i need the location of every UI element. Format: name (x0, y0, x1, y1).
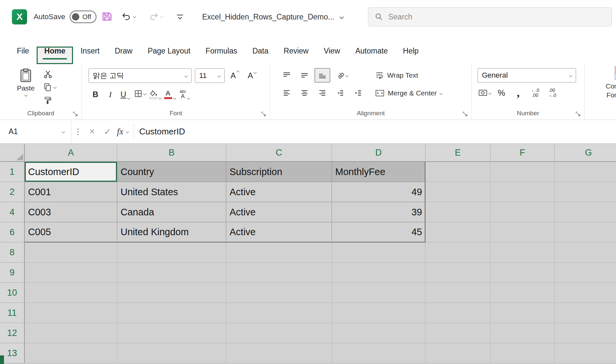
cell-E4[interactable] (425, 202, 490, 222)
cell-B12[interactable] (117, 323, 226, 343)
accounting-dropdown-chevron[interactable] (488, 91, 491, 94)
cell-C13[interactable] (226, 343, 332, 363)
cell-B4[interactable]: Canada (117, 202, 226, 222)
cell-A10[interactable] (25, 283, 117, 303)
tab-data[interactable]: Data (245, 47, 276, 64)
cell-E10[interactable] (425, 283, 490, 303)
name-box-chevron[interactable] (62, 130, 65, 133)
orientation-button[interactable]: ab (332, 68, 353, 83)
row-header-12[interactable]: 12 (0, 323, 25, 343)
cell-A4[interactable]: C003 (25, 202, 117, 222)
cell-F8[interactable] (490, 242, 555, 263)
font-size-combobox[interactable]: 11 (195, 68, 225, 83)
paste-dropdown-chevron[interactable] (24, 93, 27, 97)
cell-C6[interactable]: Active (226, 222, 332, 242)
cell-G2[interactable] (555, 182, 616, 202)
cell-D10[interactable] (332, 283, 425, 303)
copy-button[interactable] (44, 82, 56, 92)
title-dropdown-chevron[interactable] (340, 15, 344, 19)
cell-B6[interactable]: United Kingdom (117, 222, 226, 242)
formula-enter-button[interactable]: ✓ (100, 124, 115, 139)
row-header-8[interactable]: 8 (0, 242, 25, 263)
align-bottom-button[interactable] (314, 68, 330, 83)
paste-button[interactable]: Paste (14, 68, 38, 105)
cell-D8[interactable] (332, 242, 425, 263)
column-header-G[interactable]: G (555, 144, 616, 162)
number-format-combobox[interactable]: General (478, 68, 576, 83)
cell-F2[interactable] (490, 182, 555, 202)
column-header-D[interactable]: D (332, 144, 425, 162)
cell-F9[interactable] (490, 263, 555, 283)
undo-dropdown-chevron[interactable] (133, 15, 136, 18)
number-dialog-launcher[interactable] (575, 111, 581, 117)
cell-C4[interactable]: Active (226, 202, 332, 222)
formula-cancel-button[interactable]: × (85, 124, 100, 139)
cell-D9[interactable] (332, 263, 425, 283)
underline-button[interactable]: U (118, 86, 132, 101)
font-size-chevron[interactable] (218, 74, 221, 77)
align-left-button[interactable] (279, 86, 295, 100)
cell-G1[interactable] (555, 162, 616, 182)
font-name-chevron[interactable] (185, 74, 188, 77)
tab-draw[interactable]: Draw (107, 47, 140, 64)
alignment-dialog-launcher[interactable] (462, 111, 468, 117)
fill-color-dropdown-chevron[interactable] (158, 96, 162, 100)
excel-logo-icon[interactable]: X (12, 9, 27, 24)
cell-A2[interactable]: C001 (25, 182, 117, 202)
cell-G12[interactable] (555, 323, 616, 343)
cell-F13[interactable] (490, 343, 555, 363)
cell-A8[interactable] (25, 242, 117, 263)
cell-G8[interactable] (555, 242, 616, 263)
bold-button[interactable]: B (89, 86, 102, 101)
decrease-indent-button[interactable] (332, 86, 348, 100)
cell-A1[interactable]: CustomerID (25, 162, 117, 182)
column-header-E[interactable]: E (425, 144, 490, 162)
row-header-2[interactable]: 2 (0, 182, 25, 202)
cell-C2[interactable]: Active (226, 182, 332, 202)
cell-G4[interactable] (555, 202, 616, 222)
cell-E1[interactable] (425, 162, 490, 182)
autosave-toggle[interactable]: Off (70, 11, 96, 23)
phonetic-button[interactable]: abc A (178, 86, 192, 101)
column-header-C[interactable]: C (226, 144, 332, 162)
tab-automate[interactable]: Automate (348, 47, 395, 64)
cell-F1[interactable] (490, 162, 555, 182)
cell-F12[interactable] (490, 323, 555, 343)
cell-D12[interactable] (332, 323, 425, 343)
customize-quick-access-button[interactable] (176, 13, 184, 21)
cell-D11[interactable] (332, 303, 425, 323)
phonetic-dropdown-chevron[interactable] (187, 96, 190, 100)
increase-decimal-button[interactable]: ←.0 .00 (528, 86, 542, 100)
search-input[interactable] (388, 13, 605, 21)
save-button[interactable] (102, 11, 112, 22)
number-format-chevron[interactable] (569, 74, 572, 77)
cell-A6[interactable]: C005 (25, 222, 117, 242)
cell-D6[interactable]: 45 (332, 222, 425, 242)
cell-A11[interactable] (25, 303, 117, 323)
font-dialog-launcher[interactable] (261, 111, 267, 117)
tab-insert[interactable]: Insert (73, 47, 107, 64)
row-header-10[interactable]: 10 (0, 283, 25, 303)
row-header-6[interactable]: 6 (0, 222, 25, 242)
cell-F4[interactable] (490, 202, 555, 222)
name-box[interactable]: A1 (0, 120, 71, 143)
cell-E13[interactable] (425, 343, 490, 363)
cell-G9[interactable] (555, 263, 616, 283)
row-header-1[interactable]: 1 (0, 162, 25, 182)
decrease-decimal-button[interactable]: .00 →.0 (545, 86, 559, 100)
cell-E11[interactable] (425, 303, 490, 323)
cell-E12[interactable] (425, 323, 490, 343)
cell-A13[interactable] (25, 343, 117, 363)
align-top-button[interactable] (279, 68, 295, 83)
tab-file[interactable]: File (9, 47, 37, 64)
shrink-font-button[interactable]: A (245, 68, 259, 83)
undo-button[interactable] (122, 12, 136, 20)
cell-G13[interactable] (555, 343, 616, 363)
select-all-button[interactable] (0, 144, 25, 162)
conditional-formatting-button[interactable]: Conditional Formatting (589, 66, 616, 100)
cell-E2[interactable] (425, 182, 490, 202)
italic-button[interactable]: I (103, 86, 117, 101)
row-header-4[interactable]: 4 (0, 202, 25, 222)
redo-button[interactable] (149, 12, 163, 20)
cell-G6[interactable] (555, 222, 616, 242)
